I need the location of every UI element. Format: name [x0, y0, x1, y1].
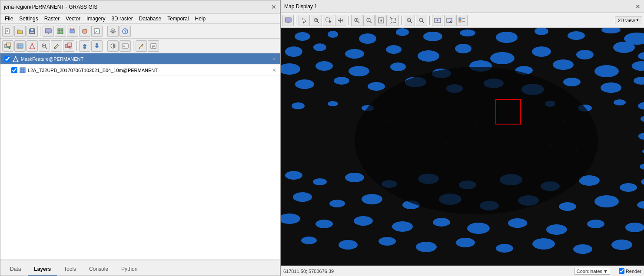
- select-tool-button[interactable]: [323, 15, 334, 26]
- svg-point-163: [433, 218, 450, 227]
- query-button[interactable]: [39, 40, 50, 52]
- coordinates-dropdown[interactable]: Coordinates ▼: [574, 268, 610, 275]
- svg-text:>_: >_: [123, 44, 127, 48]
- layer1-remove-icon[interactable]: ✕: [272, 56, 278, 62]
- close-button[interactable]: ✕: [271, 3, 276, 10]
- svg-point-101: [313, 43, 326, 51]
- svg-rect-23: [7, 43, 11, 46]
- svg-line-68: [358, 21, 359, 23]
- zoom-extent-button[interactable]: [375, 15, 387, 26]
- menu-temporal[interactable]: Temporal: [165, 15, 191, 23]
- zoom-in-button[interactable]: [351, 15, 362, 26]
- layer-row[interactable]: · MaskFeature@PERMANENT ✕: [0, 53, 280, 65]
- menu-vector[interactable]: Vector: [63, 15, 83, 23]
- svg-rect-183: [324, 115, 325, 115]
- map-close-button[interactable]: ✕: [635, 3, 641, 10]
- edit-button[interactable]: [51, 40, 62, 52]
- layer-checkbox[interactable]: [11, 67, 17, 73]
- svg-line-64: [317, 21, 319, 23]
- pan-tool-button[interactable]: [335, 15, 346, 26]
- svg-line-72: [370, 21, 372, 23]
- svg-point-131: [292, 102, 305, 109]
- pointer-tool-button[interactable]: [299, 15, 310, 26]
- layer-checkbox[interactable]: [4, 56, 10, 62]
- open-button[interactable]: [14, 26, 26, 37]
- menu-database[interactable]: Database: [136, 15, 164, 23]
- pencil-button[interactable]: [136, 40, 147, 52]
- svg-point-93: [423, 32, 442, 41]
- svg-point-33: [32, 43, 33, 44]
- zoom-region-button[interactable]: [388, 15, 399, 26]
- raster-icon: [19, 67, 26, 74]
- layer2-name: L2A_T32UPB_20170706T102021_B04_10m@PERMA…: [28, 68, 272, 73]
- svg-point-182: [355, 67, 598, 214]
- svg-point-170: [339, 240, 358, 250]
- add-vector-button[interactable]: [27, 40, 38, 52]
- svg-line-36: [45, 47, 47, 49]
- zoom-out-button[interactable]: [363, 15, 375, 26]
- menu-raster[interactable]: Raster: [42, 15, 62, 23]
- map-canvas[interactable]: [281, 28, 644, 266]
- svg-rect-196: [359, 147, 359, 148]
- menu-help[interactable]: Help: [193, 15, 209, 23]
- menu-3draster[interactable]: 3D raster: [109, 15, 135, 23]
- render-button[interactable]: [432, 15, 443, 26]
- tab-data[interactable]: Data: [4, 263, 27, 276]
- menu-file[interactable]: File: [2, 15, 16, 23]
- script-button[interactable]: >_: [91, 26, 103, 37]
- svg-point-147: [620, 183, 637, 192]
- text-editor-button[interactable]: [148, 40, 159, 52]
- tab-tools[interactable]: Tools: [58, 263, 82, 276]
- svg-point-34: [34, 47, 35, 49]
- layer2-remove-icon[interactable]: ✕: [272, 67, 278, 73]
- zoom-saved-button[interactable]: [416, 15, 427, 26]
- svg-point-94: [460, 30, 475, 36]
- add-layer-button[interactable]: [2, 40, 13, 52]
- menu-settings[interactable]: Settings: [17, 15, 40, 23]
- svg-point-91: [359, 33, 376, 44]
- help-button[interactable]: ?: [120, 26, 131, 37]
- settings-button[interactable]: [107, 26, 119, 37]
- grid-button[interactable]: [55, 26, 66, 37]
- save-button[interactable]: [27, 26, 38, 37]
- render-checkbox[interactable]: [619, 268, 624, 274]
- tab-layers[interactable]: Layers: [28, 263, 57, 276]
- add-raster-button[interactable]: [14, 40, 26, 52]
- map-sep3: [401, 16, 402, 25]
- svg-rect-40: [67, 43, 72, 46]
- cmd-button[interactable]: >_: [120, 40, 131, 52]
- display-button[interactable]: [43, 26, 54, 37]
- svg-rect-200: [472, 148, 472, 149]
- zoom-actual-button[interactable]: 1:1: [404, 15, 415, 26]
- layer1-name: MaskFeature@PERMANENT: [21, 56, 272, 62]
- svg-rect-84: [459, 20, 461, 22]
- view-select-button[interactable]: 2D view ▼: [615, 16, 642, 24]
- save-map-button[interactable]: [444, 15, 455, 26]
- svg-rect-184: [346, 119, 346, 119]
- svg-point-162: [392, 221, 413, 232]
- opacity-button[interactable]: [107, 40, 119, 52]
- map-title-bar: Map Display 1 ✕: [281, 0, 644, 13]
- tab-python[interactable]: Python: [115, 263, 143, 276]
- show-legend-button[interactable]: [456, 15, 468, 26]
- layer-up-button[interactable]: [79, 40, 90, 52]
- delete-layer-button[interactable]: [63, 40, 74, 52]
- svg-rect-55: [20, 68, 25, 73]
- svg-point-129: [601, 82, 621, 93]
- new-mapset-button[interactable]: [2, 26, 13, 37]
- map-toolbar: ?: [281, 13, 644, 28]
- layer-dots: ·: [2, 56, 3, 61]
- layer-row[interactable]: · L2A_T32UPB_20170706T102021_B04_10m@PER…: [0, 65, 280, 76]
- toolbar-main: >_ ?: [0, 24, 280, 39]
- svg-point-106: [490, 52, 515, 64]
- svg-point-128: [563, 78, 581, 86]
- menu-imagery[interactable]: Imagery: [84, 15, 108, 23]
- map-display-icon-button[interactable]: [282, 15, 294, 26]
- georect-button[interactable]: [67, 26, 78, 37]
- svg-point-150: [329, 200, 345, 207]
- db-button[interactable]: [79, 26, 90, 37]
- svg-point-54: [17, 60, 18, 62]
- query-tool-button[interactable]: ?: [311, 15, 322, 26]
- tab-console[interactable]: Console: [83, 263, 114, 276]
- layer-down-button[interactable]: [91, 40, 103, 52]
